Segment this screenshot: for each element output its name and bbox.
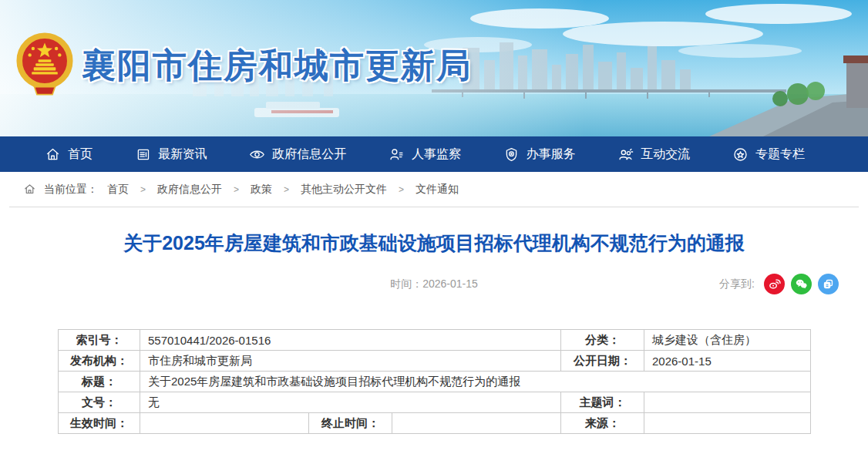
table-row: 生效时间： 终止时间： 来源： [59,413,811,434]
table-row: 索引号： 557010441/2026-01516 分类： 城乡建设（含住房） [59,330,811,351]
breadcrumb-item-gov-info[interactable]: 政府信息公开 [157,183,222,197]
nav-label: 办事服务 [527,146,576,163]
breadcrumb-separator: > [234,184,239,195]
breadcrumb-prefix: 当前位置： [44,183,98,197]
nav-label: 首页 [68,146,93,163]
article-title: 关于2025年房屋建筑和市政基础设施项目招标代理机构不规范行为的通报 [0,207,868,257]
source-value [644,413,811,434]
table-row: 发布机构： 市住房和城市更新局 公开日期： 2026-01-15 [59,351,811,372]
article-meta-row: 时间：2026-01-15 分享到: [0,274,868,295]
home-icon [23,183,36,196]
star-circle-icon [732,146,749,163]
eye-icon [249,146,265,163]
national-emblem-icon [12,31,77,99]
share-group: 分享到: [719,274,839,294]
publish-date-label: 公开日期： [561,351,644,372]
table-row: 文号： 无 主题词： [59,392,811,413]
nav-item-news[interactable]: 最新资讯 [135,146,207,163]
doc-number-value: 无 [140,392,561,413]
breadcrumb-item-home[interactable]: 首页 [107,183,129,197]
nav-item-interaction[interactable]: 互动交流 [617,146,690,163]
index-number-label: 索引号： [59,330,140,351]
breadcrumb-separator: > [140,184,146,195]
nav-item-gov-info[interactable]: 政府信息公开 [249,146,346,163]
title-value: 关于2025年房屋建筑和市政基础设施项目招标代理机构不规范行为的通报 [140,372,811,392]
document-meta-table: 索引号： 557010441/2026-01516 分类： 城乡建设（含住房） … [58,329,811,434]
site-title: 襄阳市住房和城市更新局 [82,43,472,89]
breadcrumb-item-policy[interactable]: 政策 [251,183,272,197]
nav-item-services[interactable]: 办事服务 [503,146,576,163]
shield-target-icon [503,146,520,163]
breadcrumb-separator: > [284,184,289,195]
publisher-value: 市住房和城市更新局 [140,351,561,372]
nav-label: 人事监察 [412,146,461,163]
category-label: 分类： [561,330,644,351]
breadcrumb-separator: > [399,184,404,195]
doc-number-label: 文号： [59,392,140,413]
nav-item-special-columns[interactable]: 专题专栏 [732,146,805,163]
weibo-share-icon[interactable] [764,274,785,294]
copy-share-icon[interactable] [818,274,839,294]
wechat-share-icon[interactable] [791,274,812,294]
keywords-label: 主题词： [561,392,644,413]
main-nav: 首页 最新资讯 政府信息公开 人事监察 办事服务 互动交流 专题专 [0,136,868,172]
keywords-value [644,392,811,413]
share-label: 分享到: [719,277,755,291]
end-date-value [392,413,561,434]
publisher-label: 发布机构： [59,351,140,372]
people-chat-icon [617,146,634,163]
nav-label: 最新资讯 [158,146,207,163]
nav-item-personnel[interactable]: 人事监察 [389,146,461,163]
site-banner: 襄阳市住房和城市更新局 [0,0,868,136]
nav-item-home[interactable]: 首页 [45,146,93,163]
category-value: 城乡建设（含住房） [644,330,811,351]
effective-date-label: 生效时间： [59,413,140,434]
breadcrumb-item-other-docs[interactable]: 其他主动公开文件 [301,183,387,197]
person-list-icon [389,146,405,163]
table-row: 标题： 关于2025年房屋建筑和市政基础设施项目招标代理机构不规范行为的通报 [59,372,811,392]
nav-label: 政府信息公开 [272,146,346,163]
news-icon [135,146,151,163]
source-label: 来源： [561,413,644,434]
nav-label: 专题专栏 [755,146,805,163]
title-label: 标题： [59,372,140,392]
end-date-label: 终止时间： [309,413,392,434]
effective-date-value [140,413,309,434]
breadcrumb: 当前位置： 首页 > 政府信息公开 > 政策 > 其他主动公开文件 > 文件通知 [0,172,868,207]
index-number-value: 557010441/2026-01516 [140,330,561,351]
publish-date-value: 2026-01-15 [644,351,811,372]
breadcrumb-item-doc-notice[interactable]: 文件通知 [415,183,459,197]
home-icon [45,146,61,163]
nav-label: 互动交流 [641,146,690,163]
